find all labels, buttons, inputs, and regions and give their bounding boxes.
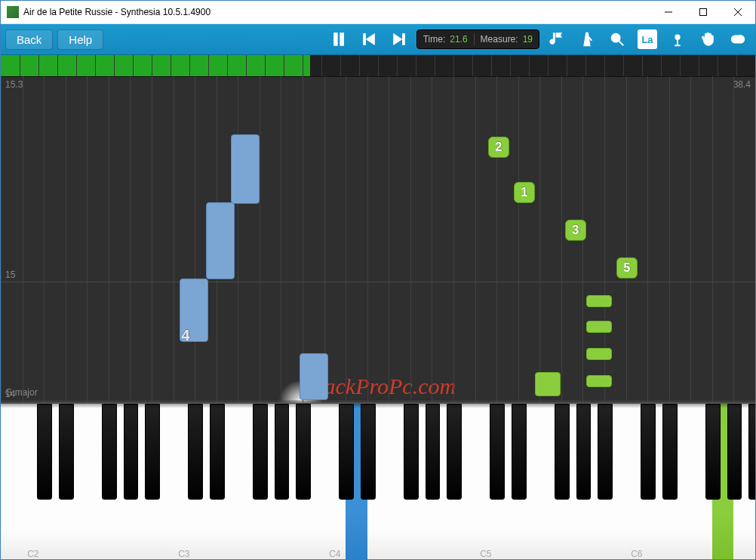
svg-rect-5 <box>340 33 344 46</box>
app-window: Air de la Petite Russie - Synthesia 10.5… <box>0 0 756 560</box>
piano-keyboard[interactable]: C2C3C4C5C6 <box>1 402 755 560</box>
black-key[interactable] <box>555 404 570 500</box>
black-key[interactable] <box>727 404 742 500</box>
black-key[interactable] <box>339 404 354 500</box>
labels-button[interactable]: La <box>635 27 660 51</box>
help-button[interactable]: Help <box>57 29 103 50</box>
back-button[interactable]: Back <box>5 29 53 50</box>
black-key[interactable] <box>188 404 203 500</box>
octave-label: C2 <box>23 549 45 559</box>
black-key[interactable] <box>37 404 52 500</box>
time-label: Time: <box>423 34 446 45</box>
black-key[interactable] <box>210 404 225 500</box>
black-key[interactable] <box>102 404 117 500</box>
svg-point-11 <box>612 34 620 42</box>
toolbar: Back Help Time: 21.6 Measure: 19 La <box>1 24 755 55</box>
time-right-label: 38.4 <box>733 79 751 90</box>
black-key[interactable] <box>404 404 419 500</box>
metronome-icon[interactable] <box>574 27 600 51</box>
black-key[interactable] <box>641 404 656 500</box>
black-key[interactable] <box>662 404 678 500</box>
falling-note <box>231 134 260 204</box>
black-key[interactable] <box>426 404 441 500</box>
black-key[interactable] <box>361 404 376 500</box>
minimize-button[interactable] <box>651 1 686 23</box>
black-key[interactable] <box>705 404 721 500</box>
falling-note <box>586 321 612 333</box>
measure-mark: 15 <box>5 269 15 280</box>
black-key[interactable] <box>253 404 268 500</box>
time-display[interactable]: Time: 21.6 Measure: 19 <box>416 29 539 49</box>
black-key[interactable] <box>748 404 756 500</box>
finger-number: 3 <box>565 220 586 241</box>
black-key[interactable] <box>296 404 311 500</box>
progress-track[interactable] <box>1 55 755 77</box>
svg-rect-9 <box>402 34 404 45</box>
loop-icon[interactable] <box>725 27 751 51</box>
black-key[interactable] <box>275 404 290 500</box>
prev-button[interactable] <box>356 27 382 51</box>
black-key[interactable] <box>576 404 592 500</box>
white-key[interactable] <box>1 404 23 560</box>
sheet-music-icon[interactable] <box>544 27 570 51</box>
black-key[interactable] <box>124 404 139 500</box>
measure-label: Measure: <box>481 34 518 45</box>
black-key[interactable] <box>490 404 505 500</box>
finger-number: 4 <box>176 325 195 345</box>
time-left-label: 15.3 <box>5 79 23 90</box>
measure-mark: 14 <box>5 389 15 399</box>
falling-note <box>586 348 612 360</box>
octave-label: C4 <box>324 549 346 559</box>
svg-point-13 <box>675 35 680 40</box>
black-key[interactable] <box>512 404 527 500</box>
svg-rect-14 <box>732 35 745 42</box>
falling-note <box>300 353 328 400</box>
falling-note <box>206 202 235 279</box>
titlebar: Air de la Petite Russie - Synthesia 10.5… <box>1 1 755 24</box>
maximize-button[interactable] <box>686 1 721 23</box>
black-key[interactable] <box>59 404 74 500</box>
svg-marker-8 <box>393 34 401 45</box>
measure-value: 19 <box>523 34 533 45</box>
finger-number: 1 <box>514 182 535 203</box>
next-button[interactable] <box>386 27 412 51</box>
note-roll[interactable]: 15.3 38.4 G major CrackProPc.com 1514213… <box>1 55 755 402</box>
finger-number: 5 <box>616 257 638 278</box>
black-key[interactable] <box>447 404 462 500</box>
svg-rect-1 <box>700 9 707 16</box>
close-button[interactable] <box>721 1 755 23</box>
falling-note <box>586 375 612 387</box>
finger-number: 2 <box>488 137 509 158</box>
window-title: Air de la Petite Russie - Synthesia 10.5… <box>23 7 211 17</box>
app-icon <box>7 6 19 18</box>
hand-icon[interactable] <box>695 27 721 51</box>
keyboard-shade <box>1 404 755 408</box>
octave-label: C5 <box>475 549 497 559</box>
zoom-icon[interactable] <box>604 27 630 51</box>
svg-rect-4 <box>333 33 337 46</box>
octave-label: C3 <box>174 549 195 559</box>
black-key[interactable] <box>145 404 160 500</box>
pause-button[interactable] <box>326 27 352 51</box>
black-key[interactable] <box>598 404 613 500</box>
progress-fill <box>1 55 310 76</box>
svg-line-12 <box>619 42 624 46</box>
svg-rect-6 <box>363 34 365 45</box>
time-value: 21.6 <box>450 34 467 45</box>
bookmark-icon[interactable] <box>665 27 690 51</box>
octave-label: C6 <box>626 549 648 559</box>
falling-note <box>586 295 612 307</box>
svg-marker-7 <box>366 34 374 45</box>
falling-note <box>535 372 561 396</box>
